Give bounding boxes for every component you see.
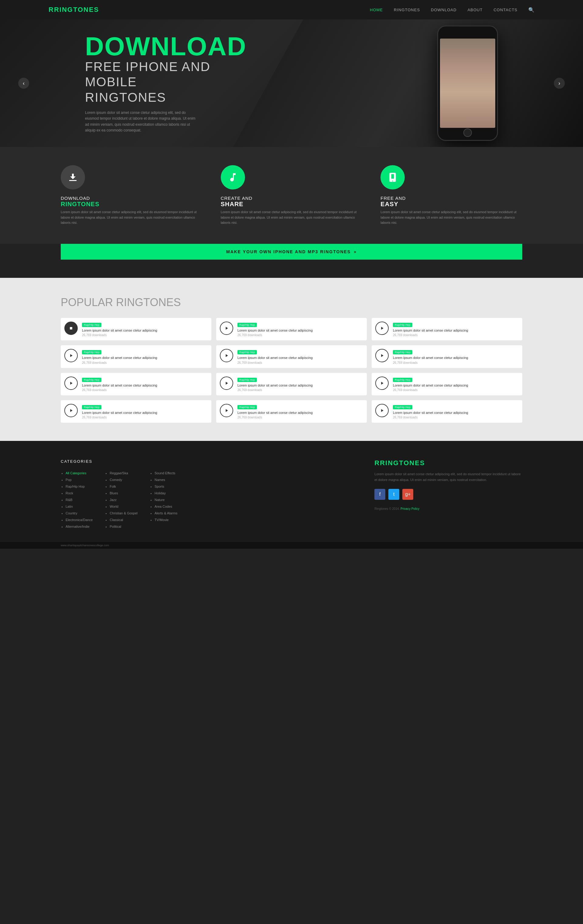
play-button[interactable] xyxy=(375,376,389,390)
hero-title-sub: FREE IPHONE AND MOBILE RINGTONES xyxy=(85,59,213,105)
play-button[interactable] xyxy=(220,349,233,362)
footer-copyright: Ringtones © 2014. Privacy Policy xyxy=(374,507,522,510)
twitter-icon[interactable]: t xyxy=(388,489,399,500)
footer-cat-link[interactable]: Country xyxy=(66,512,78,515)
play-button[interactable] xyxy=(220,322,233,335)
mobile-icon xyxy=(387,172,398,183)
footer-cat-item: Country xyxy=(66,510,92,516)
nav-ringtones[interactable]: RINGTONES xyxy=(394,8,420,12)
footer-cats-title: CATEGORIES xyxy=(61,459,356,464)
genre-badge: Rap/Hip Hop xyxy=(393,350,412,354)
footer-cat-link[interactable]: TV/Movie xyxy=(155,518,168,521)
footer-cat-link[interactable]: Pop xyxy=(66,478,72,482)
ringtone-item: Rap/Hip Hop Lorem ipsum dolor sit amet c… xyxy=(372,318,522,340)
hero-content: DOWNLOAD FREE IPHONE AND MOBILE RINGTONE… xyxy=(0,33,213,133)
footer-cat-item: Political xyxy=(110,523,137,530)
ringtone-name: Lorem ipsum dolor sit amet conse ctetur … xyxy=(393,383,519,388)
footer-cat-link[interactable]: Alternative/Indie xyxy=(66,525,89,528)
footer-cat-link[interactable]: Sports xyxy=(155,485,164,488)
nav-contacts[interactable]: CONTACTS xyxy=(494,8,517,12)
footer-cat-link[interactable]: Christian & Gospel xyxy=(110,512,137,515)
feature-easy-desc: Lorem ipsum dolor sit amet conse ctetur … xyxy=(380,210,522,226)
ringtone-downloads: 26,769 downloads xyxy=(82,416,208,419)
footer-cat-link[interactable]: Sound Effects xyxy=(155,471,175,475)
play-button[interactable] xyxy=(220,376,233,390)
footer-cat-link[interactable]: World xyxy=(110,505,119,508)
music-icon-circle xyxy=(221,165,245,190)
hero-prev-button[interactable]: ‹ xyxy=(18,78,29,89)
hero-section: ‹ DOWNLOAD FREE IPHONE AND MOBILE RINGTO… xyxy=(0,20,583,147)
hero-title-download: DOWNLOAD xyxy=(85,33,213,59)
footer-cat-link[interactable]: Folk xyxy=(110,485,116,488)
footer-cat-item: Rap/Hip Hop xyxy=(66,483,92,490)
footer-logo-accent: R xyxy=(374,459,380,467)
play-button[interactable] xyxy=(220,404,233,417)
footer-cat-link[interactable]: Latin xyxy=(66,505,73,508)
footer-cat-item: Classical xyxy=(110,516,137,523)
svg-marker-3 xyxy=(70,354,72,357)
footer-cat-link[interactable]: Alerts & Alarms xyxy=(155,512,177,515)
privacy-link[interactable]: Privacy Policy xyxy=(401,507,419,510)
genre-badge: Rap/Hip Hop xyxy=(82,405,101,409)
footer-cat-link[interactable]: Holiday xyxy=(155,491,166,495)
svg-marker-10 xyxy=(226,409,228,412)
ringtone-name: Lorem ipsum dolor sit amet conse ctetur … xyxy=(82,383,208,388)
ringtone-item: Rap/Hip Hop Lorem ipsum dolor sit amet c… xyxy=(216,318,367,340)
footer-cat-link[interactable]: Jazz xyxy=(110,498,117,502)
ringtone-downloads: 26,769 downloads xyxy=(393,388,519,392)
footer-cat-link[interactable]: Rock xyxy=(66,491,73,495)
play-button[interactable] xyxy=(375,322,389,335)
ringtone-info: Rap/Hip Hop Lorem ipsum dolor sit amet c… xyxy=(393,349,519,364)
play-button[interactable] xyxy=(375,404,389,417)
footer-brand-desc: Lorem ipsum dolor sit amet conse ctetur … xyxy=(374,471,522,482)
cta-bar[interactable]: MAKE YOUR OWN IPHONE AND MP3 RINGTONES » xyxy=(61,244,522,260)
footer-cat-item: All Categories xyxy=(66,470,92,477)
genre-badge: Rap/Hip Hop xyxy=(82,378,101,382)
footer-cat-link[interactable]: All Categories xyxy=(66,471,86,475)
footer-col-3: Sound EffectsNamesSportsHolidayNatureAre… xyxy=(150,470,177,530)
footer-logo: RRINGTONES xyxy=(374,459,522,467)
search-icon[interactable]: 🔍 xyxy=(528,7,534,13)
genre-badge: Rap/Hip Hop xyxy=(82,323,101,327)
play-button[interactable] xyxy=(64,376,78,390)
ringtone-downloads: 26,769 downloads xyxy=(82,333,208,337)
ringtone-item: Rap/Hip Hop Lorem ipsum dolor sit amet c… xyxy=(216,345,367,368)
footer-cat-link[interactable]: Names xyxy=(155,478,165,482)
footer-cat-link[interactable]: R&B xyxy=(66,498,73,502)
ringtone-name: Lorem ipsum dolor sit amet conse ctetur … xyxy=(82,356,208,360)
popular-title: POPULAR RINGTONES xyxy=(61,296,522,309)
ringtone-item: Rap/Hip Hop Lorem ipsum dolor sit amet c… xyxy=(61,345,211,368)
footer-cat-link[interactable]: Classical xyxy=(110,518,123,521)
play-button[interactable] xyxy=(375,349,389,362)
nav-download[interactable]: DOWNLOAD xyxy=(431,8,457,12)
feature-download-title: DOWNLOAD RINGTONES xyxy=(61,196,203,208)
ringtones-grid: Rap/Hip Hop Lorem ipsum dolor sit amet c… xyxy=(61,318,522,423)
ringtone-item: Rap/Hip Hop Lorem ipsum dolor sit amet c… xyxy=(216,373,367,395)
footer-cat-link[interactable]: Rap/Hip Hop xyxy=(66,485,85,488)
ringtone-downloads: 26,769 downloads xyxy=(82,388,208,392)
ringtone-name: Lorem ipsum dolor sit amet conse ctetur … xyxy=(238,383,363,388)
svg-marker-7 xyxy=(226,382,228,384)
footer-cat-link[interactable]: Area Codes xyxy=(155,505,172,508)
nav-about[interactable]: ABOUT xyxy=(467,8,483,12)
ringtone-downloads: 26,769 downloads xyxy=(393,416,519,419)
footer-cat-item: Sound Effects xyxy=(155,470,177,477)
play-button[interactable] xyxy=(64,404,78,417)
play-button[interactable] xyxy=(64,349,78,362)
ringtone-item: Rap/Hip Hop Lorem ipsum dolor sit amet c… xyxy=(372,345,522,368)
svg-marker-1 xyxy=(226,327,228,330)
cta-label: MAKE YOUR OWN IPHONE AND MP3 RINGTONES xyxy=(226,249,351,254)
footer-cat-link[interactable]: Electronica/Dance xyxy=(66,518,92,521)
googleplus-icon[interactable]: g+ xyxy=(402,489,413,500)
hero-next-button[interactable]: › xyxy=(554,78,565,89)
footer-cat-link[interactable]: Blues xyxy=(110,491,118,495)
play-button[interactable] xyxy=(64,322,78,335)
footer-cat-link[interactable]: Comedy xyxy=(110,478,122,482)
ringtone-downloads: 26,769 downloads xyxy=(238,416,363,419)
footer-cat-link[interactable]: Nature xyxy=(155,498,165,502)
footer-cat-link[interactable]: Reggae/Ska xyxy=(110,471,128,475)
facebook-icon[interactable]: f xyxy=(374,489,385,500)
footer-cat-item: Sports xyxy=(155,483,177,490)
nav-home[interactable]: HOME xyxy=(370,8,383,12)
footer-cat-link[interactable]: Political xyxy=(110,525,121,528)
